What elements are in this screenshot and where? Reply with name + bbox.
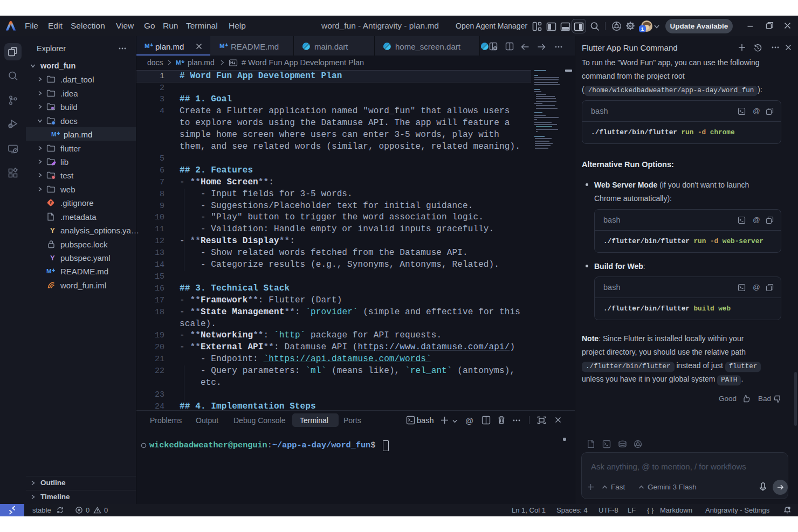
svg-text:M: M (51, 131, 57, 137)
svg-text:M: M (46, 268, 52, 274)
svg-text:M: M (145, 43, 150, 49)
svg-text:M: M (219, 43, 225, 49)
